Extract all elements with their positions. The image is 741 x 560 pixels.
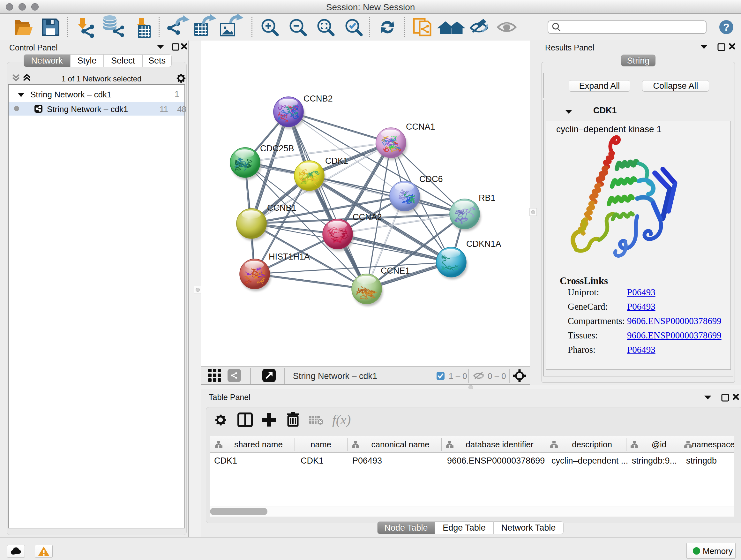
svg-text:RB1: RB1 xyxy=(479,193,495,203)
svg-text:CDC25B: CDC25B xyxy=(260,144,294,153)
svg-text:CCNA2: CCNA2 xyxy=(353,212,382,222)
svg-text:CCNB2: CCNB2 xyxy=(304,94,333,104)
svg-text:CCNB1: CCNB1 xyxy=(267,203,296,212)
svg-text:String Network – cdk1: String Network – cdk1 xyxy=(293,371,377,381)
svg-text:CDK1: CDK1 xyxy=(325,156,348,166)
svg-text:CCNE1: CCNE1 xyxy=(381,266,410,275)
svg-text:0 – 0: 0 – 0 xyxy=(488,371,506,381)
svg-text:1 – 0: 1 – 0 xyxy=(449,371,467,381)
svg-text:CDKN1A: CDKN1A xyxy=(466,239,501,249)
svg-text:f(x): f(x) xyxy=(332,413,351,428)
svg-text:HIST1H1A: HIST1H1A xyxy=(269,252,310,261)
svg-text:CCNA1: CCNA1 xyxy=(406,122,435,132)
svg-text:CDC6: CDC6 xyxy=(419,174,443,184)
svg-text:?: ? xyxy=(723,21,730,33)
